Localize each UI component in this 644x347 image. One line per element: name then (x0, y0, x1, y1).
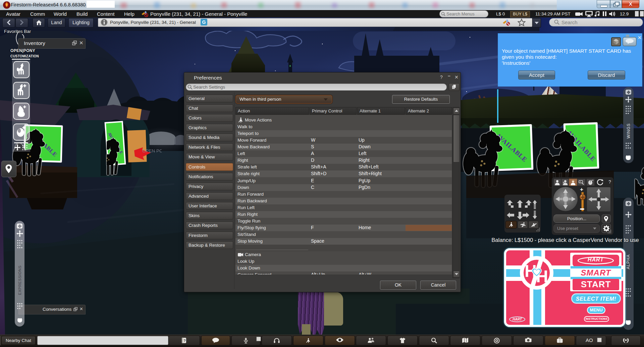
svg-text:?: ? (183, 338, 186, 342)
svg-text:+: + (580, 181, 581, 183)
